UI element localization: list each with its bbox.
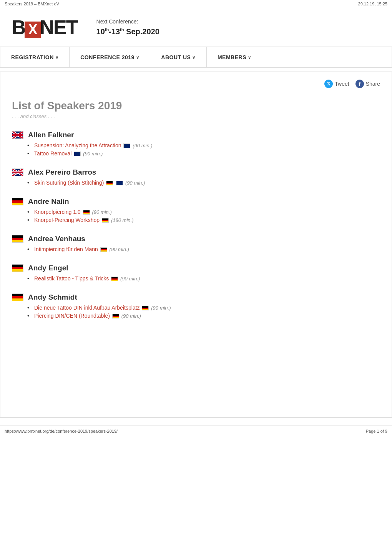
speaker-section: Alex Pereiro Barros Skin Suturing (Skin … (12, 168, 380, 186)
list-item: Intimpiercing für den Mann (90 min.) (27, 246, 380, 252)
inline-flag-de (142, 306, 149, 310)
speaker-section: Andy Engel Realistik Tattoo - Tipps & Tr… (12, 264, 380, 282)
class-duration: (90 min.) (120, 276, 140, 282)
main-nav: REGISTRATION ∨ CONFERENCE 2019 ∨ ABOUT U… (0, 47, 392, 68)
class-link[interactable]: Knorpel-Piercing Workshop (34, 217, 100, 223)
flag-de-icon (12, 198, 23, 205)
speaker-link[interactable]: Andre Nalin (28, 197, 69, 205)
chevron-down-icon: ∨ (192, 55, 196, 60)
inline-flag-uk (116, 181, 123, 185)
speaker-name: Andy Engel (28, 264, 68, 272)
chevron-down-icon: ∨ (248, 55, 251, 60)
class-link[interactable]: Skin Suturing (Skin Stitching) (34, 180, 104, 186)
speaker-name: Allen Falkner (28, 131, 74, 139)
list-item: Suspension: Analyzing the Attraction (90… (27, 142, 380, 148)
browser-bar: Speakers 2019 – BMXnet eV 29.12.19, 15:2… (0, 0, 392, 8)
speaker-header: Alex Pereiro Barros (12, 168, 380, 177)
speaker-name: Alex Pereiro Barros (28, 168, 96, 177)
chevron-down-icon: ∨ (136, 55, 140, 60)
inline-flag-uk (74, 152, 81, 156)
inline-flag-de (111, 277, 118, 281)
inline-flag-de (83, 210, 90, 215)
speaker-name: Andre Nalin (28, 197, 69, 206)
flag-uk-icon (12, 131, 23, 139)
logo-divider (87, 16, 87, 39)
tweet-label: Tweet (335, 81, 349, 87)
list-item: Knorpelpiercing 1.0 (90 min.) (27, 209, 380, 215)
class-duration: (90 min.) (110, 247, 129, 252)
speaker-header: Allen Falkner (12, 131, 380, 139)
class-list: Suspension: Analyzing the Attraction (90… (12, 142, 380, 157)
footer-url: https://www.bmxnet.org/de/conference-201… (5, 429, 118, 433)
class-link[interactable]: Knorpelpiercing 1.0 (34, 209, 81, 215)
list-item: Knorpel-Piercing Workshop (180 min.) (27, 217, 380, 223)
class-list: Realistik Tattoo - Tipps & Tricks (90 mi… (12, 275, 380, 282)
flag-de-icon (12, 293, 23, 301)
class-list: Die neue Tattoo DIN inkl Aufbau Arbeitsp… (12, 305, 380, 319)
class-duration: (180 min.) (111, 217, 134, 223)
speaker-header: Andy Schmidt (12, 293, 380, 302)
logo-text: BXNET (12, 16, 78, 39)
speaker-header: Andrea Venhaus (12, 235, 380, 243)
flag-uk-icon (12, 168, 23, 176)
class-link[interactable]: Die neue Tattoo DIN inkl Aufbau Arbeitsp… (34, 305, 140, 311)
tab-title: Speakers 2019 – BMXnet eV (5, 2, 59, 6)
class-duration: (90 min.) (151, 305, 171, 311)
class-link[interactable]: Realistik Tattoo - Tipps & Tricks (34, 275, 109, 282)
page-subtitle: . . . and classes . . . (12, 113, 380, 119)
class-duration: (90 min.) (92, 209, 111, 215)
page-footer: https://www.bmxnet.org/de/conference-201… (0, 425, 392, 437)
class-link[interactable]: Intimpiercing für den Mann (34, 246, 98, 252)
speaker-name: Andrea Venhaus (28, 235, 85, 243)
inline-flag-de (112, 314, 119, 318)
share-button[interactable]: f Share (355, 80, 380, 88)
list-item: Piercing DIN/CEN (Roundtable) (90 min.) (27, 313, 380, 319)
next-conf-label: Next Conference: (96, 18, 159, 26)
class-duration: (90 min.) (133, 143, 152, 148)
speakers-list: Allen Falkner Suspension: Analyzing the … (12, 131, 380, 319)
site-header: BXNET Next Conference: 10th-13th Sep.202… (0, 8, 392, 47)
inline-flag-de (100, 247, 107, 252)
speaker-section: Andre Nalin Knorpelpiercing 1.0 (90 min.… (12, 197, 380, 223)
flag-de-icon (12, 264, 23, 272)
class-list: Skin Suturing (Skin Stitching) (90 min.) (12, 180, 380, 186)
speaker-section: Andy Schmidt Die neue Tattoo DIN inkl Au… (12, 293, 380, 319)
class-link[interactable]: Piercing DIN/CEN (Roundtable) (34, 313, 110, 319)
conf-date: 10th-13th Sep.2020 (96, 26, 159, 37)
browser-datetime: 29.12.19, 15:25 (358, 2, 387, 6)
class-list: Knorpelpiercing 1.0 (90 min.) Knorpel-Pi… (12, 209, 380, 223)
list-item: Skin Suturing (Skin Stitching) (90 min.) (27, 180, 380, 186)
class-duration: (90 min.) (125, 180, 145, 186)
nav-item-registration[interactable]: REGISTRATION ∨ (0, 47, 70, 67)
speaker-link[interactable]: Andrea Venhaus (28, 235, 85, 243)
speaker-link[interactable]: Andy Schmidt (28, 293, 77, 301)
class-duration: (90 min.) (83, 151, 103, 157)
speaker-link[interactable]: Andy Engel (28, 264, 68, 272)
class-link[interactable]: Tattoo Removal (34, 150, 71, 157)
list-item: Realistik Tattoo - Tipps & Tricks (90 mi… (27, 275, 380, 282)
page-title: List of Speakers 2019 (12, 100, 380, 112)
nav-item-members[interactable]: MEMBERS ∨ (207, 47, 262, 67)
speaker-section: Andrea Venhaus Intimpiercing für den Man… (12, 235, 380, 252)
twitter-icon: 𝕏 (324, 80, 333, 88)
inline-flag-uk (123, 143, 130, 148)
class-link[interactable]: Suspension: Analyzing the Attraction (34, 142, 121, 148)
logo-x: X (25, 22, 41, 38)
share-label: Share (366, 81, 380, 87)
flag-de-icon (12, 235, 23, 243)
class-list: Intimpiercing für den Mann (90 min.) (12, 246, 380, 252)
next-conference: Next Conference: 10th-13th Sep.2020 (96, 18, 159, 37)
footer-pagination: Page 1 of 9 (366, 429, 387, 433)
speaker-section: Allen Falkner Suspension: Analyzing the … (12, 131, 380, 157)
speaker-link[interactable]: Alex Pereiro Barros (28, 168, 96, 176)
inline-flag-de (102, 218, 109, 223)
tweet-button[interactable]: 𝕏 Tweet (324, 80, 349, 88)
list-item: Tattoo Removal (90 min.) (27, 150, 380, 157)
class-duration: (90 min.) (121, 313, 141, 319)
nav-item-conference[interactable]: CONFERENCE 2019 ∨ (70, 47, 150, 67)
speaker-header: Andre Nalin (12, 197, 380, 206)
speaker-link[interactable]: Allen Falkner (28, 131, 74, 139)
facebook-icon: f (355, 80, 364, 88)
speaker-name: Andy Schmidt (28, 293, 77, 302)
nav-item-about[interactable]: ABOUT US ∨ (150, 47, 207, 67)
